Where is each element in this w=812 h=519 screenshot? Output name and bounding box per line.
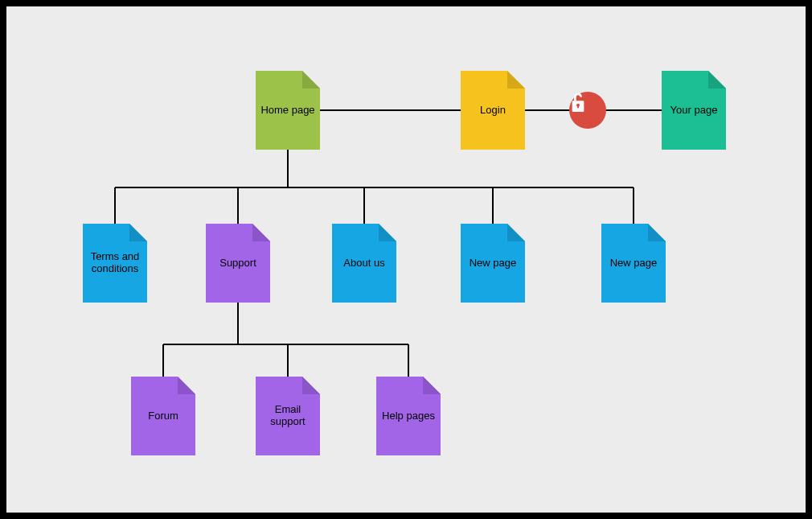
diagram-frame: { "colors": { "green": "#9dc24a", "yello… [0,0,812,519]
node-email: Email support [256,377,320,455]
node-your-label: Your page [666,105,723,117]
node-home-label: Home page [256,105,319,117]
node-help: Help pages [376,377,441,455]
unlock-icon [569,92,587,113]
node-support-label: Support [215,257,261,270]
node-new2-label: New page [605,257,662,270]
node-new1: New page [461,224,525,303]
lock-icon [569,92,606,129]
node-login-label: Login [475,105,511,117]
node-new1-label: New page [465,257,522,270]
node-about-label: About us [338,257,389,270]
node-terms: Terms and conditions [83,224,147,303]
svg-rect-1 [577,105,579,109]
node-your: Your page [662,71,726,150]
node-forum: Forum [131,377,195,455]
node-home: Home page [256,71,320,150]
node-new2: New page [601,224,666,303]
node-terms-label: Terms and conditions [83,251,147,275]
node-forum-label: Forum [143,410,183,422]
node-about: About us [332,224,396,303]
node-help-label: Help pages [377,410,440,422]
node-support: Support [206,224,270,303]
node-email-label: Email support [256,404,320,428]
node-login: Login [461,71,525,150]
